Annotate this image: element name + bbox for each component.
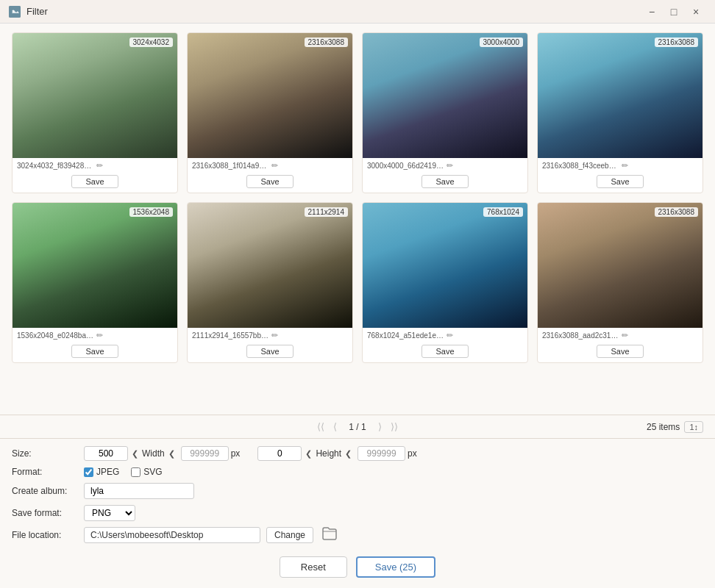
page-info: 1 / 1 xyxy=(349,422,366,432)
dimension-badge: 2316x3088 xyxy=(655,37,699,47)
edit-icon[interactable]: ✏ xyxy=(271,161,348,171)
file-path-input[interactable] xyxy=(84,527,260,543)
width-left-arrow[interactable]: ❮ xyxy=(130,449,140,459)
gallery-save-button[interactable]: Save xyxy=(71,345,118,358)
gallery-filename: 2316x3088_aad2c31c89633 xyxy=(542,331,619,340)
jpeg-checkbox-label[interactable]: JPEG xyxy=(84,467,119,477)
save-btn-row: Save xyxy=(538,342,702,362)
height-label: Height xyxy=(316,448,341,459)
dimension-badge: 2316x3088 xyxy=(655,207,699,217)
save-main-button[interactable]: Save (25) xyxy=(356,556,435,578)
width-right-arrow[interactable]: ❮ xyxy=(167,449,177,459)
gallery-thumb: 2316x3088 xyxy=(538,33,702,158)
gallery-filename: 768x1024_a51ede1ee80130 xyxy=(367,331,444,340)
height-unit: px xyxy=(408,448,417,459)
gallery-info: 1536x2048_e0248ba73a0c8 ✏ xyxy=(13,328,177,342)
edit-icon[interactable]: ✏ xyxy=(271,331,348,340)
gallery-save-button[interactable]: Save xyxy=(71,175,118,188)
format-label: Format: xyxy=(12,467,78,477)
file-location-label: File location: xyxy=(12,530,78,540)
sort-button[interactable]: 1↕ xyxy=(684,421,703,433)
gallery-thumb: 1536x2048 xyxy=(13,203,177,328)
height-max-input[interactable] xyxy=(358,446,405,461)
reset-button[interactable]: Reset xyxy=(280,556,347,578)
next-page-button[interactable]: ⟩ xyxy=(375,420,385,434)
folder-icon-button[interactable] xyxy=(319,527,340,543)
title-bar-controls: − □ × xyxy=(641,4,706,20)
edit-icon[interactable]: ✏ xyxy=(447,161,523,171)
gallery-info: 2316x3088_1f014a99e3534a ✏ xyxy=(188,158,352,172)
change-button[interactable]: Change xyxy=(266,527,313,543)
dimension-badge: 1536x2048 xyxy=(129,207,174,217)
file-location-row: File location: Change xyxy=(12,527,703,543)
prev-page-button[interactable]: ⟨ xyxy=(330,420,340,434)
save-btn-row: Save xyxy=(13,172,177,193)
gallery-save-button[interactable]: Save xyxy=(246,345,293,358)
first-page-button[interactable]: ⟨⟨ xyxy=(314,420,327,434)
gallery-grid: 3024x4032 3024x4032_f839428ca55f50 ✏ Sav… xyxy=(0,24,715,415)
jpeg-checkbox[interactable] xyxy=(84,467,93,477)
width-group: ❮ Width ❮ px xyxy=(84,446,240,461)
save-format-select[interactable]: PNG JPEG BMP TIFF xyxy=(84,505,135,521)
width-input[interactable] xyxy=(84,446,128,461)
title-bar-text: Filter xyxy=(26,6,641,17)
svg-label: SVG xyxy=(143,467,162,477)
maximize-button[interactable]: □ xyxy=(664,4,684,20)
gallery-filename: 3000x4000_66d241982867c xyxy=(367,162,444,170)
dimension-badge: 768x1024 xyxy=(483,207,523,217)
edit-icon[interactable]: ✏ xyxy=(447,331,523,340)
edit-icon[interactable]: ✏ xyxy=(622,161,698,171)
height-input[interactable] xyxy=(257,446,302,461)
app-icon xyxy=(9,6,21,18)
gallery-save-button[interactable]: Save xyxy=(421,345,468,358)
pagination-bar: ⟨⟨ ⟨ 1 / 1 ⟩ ⟩⟩ 25 items 1↕ xyxy=(0,415,715,438)
height-left-arrow[interactable]: ❮ xyxy=(304,449,313,459)
gallery-thumb: 3000x4000 xyxy=(363,33,527,158)
album-input[interactable] xyxy=(84,483,194,499)
save-btn-row: Save xyxy=(13,342,177,362)
save-btn-row: Save xyxy=(363,342,527,362)
gallery-info: 3024x4032_f839428ca55f50 ✏ xyxy=(13,158,177,172)
svg-point-1 xyxy=(13,10,15,12)
page-nav: ⟨⟨ ⟨ 1 / 1 ⟩ ⟩⟩ xyxy=(314,420,400,434)
dimension-badge: 3000x4000 xyxy=(480,37,524,47)
last-page-button[interactable]: ⟩⟩ xyxy=(388,420,401,434)
gallery-save-button[interactable]: Save xyxy=(597,345,643,358)
gallery-info: 768x1024_a51ede1ee80130 ✏ xyxy=(363,328,527,342)
save-btn-row: Save xyxy=(538,172,702,193)
gallery-save-button[interactable]: Save xyxy=(597,175,643,188)
gallery-info: 2111x2914_16557bbff34ef8 ✏ xyxy=(188,328,352,342)
gallery-save-button[interactable]: Save xyxy=(246,175,293,188)
edit-icon[interactable]: ✏ xyxy=(96,331,173,340)
gallery-item: 1536x2048 1536x2048_e0248ba73a0c8 ✏ Save xyxy=(12,202,178,363)
width-max-part: px xyxy=(181,446,241,461)
height-right-arrow[interactable]: ❮ xyxy=(344,449,353,459)
album-control-row: Create album: xyxy=(12,483,703,499)
width-input-part: ❮ Width ❮ xyxy=(84,446,177,461)
save-format-row: Save format: PNG JPEG BMP TIFF xyxy=(12,505,703,521)
minimize-button[interactable]: − xyxy=(641,4,662,20)
gallery-filename: 2316x3088_f43ceeb711825b xyxy=(542,162,619,170)
gallery-save-button[interactable]: Save xyxy=(421,175,468,188)
items-info: 25 items 1↕ xyxy=(647,421,703,433)
svg-checkbox-label[interactable]: SVG xyxy=(131,467,162,477)
gallery-item: 768x1024 768x1024_a51ede1ee80130 ✏ Save xyxy=(362,202,528,363)
gallery-item: 2111x2914 2111x2914_16557bbff34ef8 ✏ Sav… xyxy=(187,202,353,363)
width-max-input[interactable] xyxy=(181,446,229,461)
title-bar: Filter − □ × xyxy=(0,0,715,24)
edit-icon[interactable]: ✏ xyxy=(96,161,173,171)
size-label: Size: xyxy=(12,448,78,459)
svg-checkbox[interactable] xyxy=(131,467,140,477)
height-max-part: px xyxy=(358,446,417,461)
save-format-label: Save format: xyxy=(12,508,78,518)
width-unit: px xyxy=(231,448,241,459)
gallery-thumb: 3024x4032 xyxy=(13,33,177,158)
edit-icon[interactable]: ✏ xyxy=(622,331,698,340)
save-btn-row: Save xyxy=(363,172,527,193)
format-checkboxes: JPEG SVG xyxy=(84,467,163,477)
close-button[interactable]: × xyxy=(686,4,706,20)
format-control-row: Format: JPEG SVG xyxy=(12,467,703,477)
gallery-item: 2316x3088 2316x3088_f43ceeb711825b ✏ Sav… xyxy=(537,32,703,193)
gallery-item: 2316x3088 2316x3088_1f014a99e3534a ✏ Sav… xyxy=(187,32,353,193)
items-count: 25 items xyxy=(647,422,680,432)
